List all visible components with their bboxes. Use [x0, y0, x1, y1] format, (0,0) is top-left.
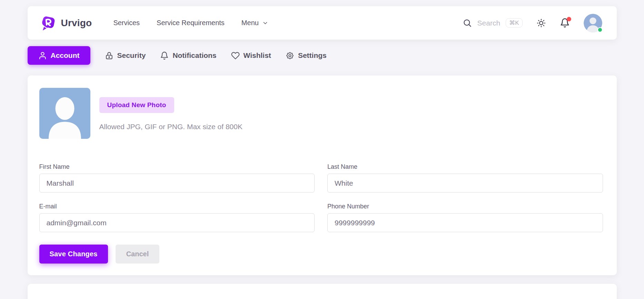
nav-link-menu-label: Menu: [241, 19, 259, 27]
last-name-label: Last Name: [327, 163, 603, 171]
chevron-down-icon: [262, 20, 268, 26]
phone-field: Phone Number: [327, 203, 603, 232]
top-navbar: Urvigo Services Service Requirements Men…: [28, 6, 617, 40]
nav-link-service-requirements[interactable]: Service Requirements: [157, 19, 225, 27]
upload-hint: Allowed JPG, GIF or PNG. Max size of 800…: [99, 123, 242, 131]
search-icon: [463, 18, 472, 28]
form-actions: Save Changes Cancel: [39, 245, 603, 264]
phone-input[interactable]: [327, 213, 603, 232]
tab-settings-label: Settings: [298, 51, 327, 60]
phone-label: Phone Number: [327, 203, 603, 210]
heart-icon: [231, 51, 240, 60]
sun-icon: [536, 18, 546, 28]
profile-photo: [39, 88, 90, 139]
notifications-button[interactable]: [560, 18, 570, 28]
notification-dot: [567, 17, 571, 21]
navbar-actions: Search ⌘K: [463, 14, 602, 32]
user-icon: [38, 51, 47, 60]
urvigo-logo-icon: [40, 15, 56, 31]
profile-card: Upload New Photo Allowed JPG, GIF or PNG…: [28, 75, 617, 275]
tab-settings[interactable]: Settings: [286, 51, 327, 60]
lock-icon: [105, 51, 113, 60]
search-placeholder: Search: [477, 19, 501, 27]
email-input[interactable]: [39, 213, 315, 232]
tab-account[interactable]: Account: [28, 46, 90, 65]
cancel-button[interactable]: Cancel: [116, 245, 160, 264]
brand-home-link[interactable]: Urvigo: [40, 15, 92, 31]
tab-wishlist-label: Wishlist: [244, 51, 271, 60]
online-status-dot: [597, 27, 603, 32]
page-shell: Urvigo Services Service Requirements Men…: [28, 6, 617, 299]
main-nav: Services Service Requirements Menu: [113, 19, 268, 27]
user-avatar-button[interactable]: [584, 14, 602, 32]
tab-wishlist[interactable]: Wishlist: [231, 51, 271, 60]
first-name-input[interactable]: [39, 174, 315, 193]
tab-security[interactable]: Security: [105, 51, 146, 60]
account-tabbar: Account Security Notifications Wishlist …: [28, 46, 617, 65]
tab-security-label: Security: [117, 51, 146, 60]
profile-form: First Name Last Name E-mail Phone Number: [39, 163, 603, 232]
nav-link-services[interactable]: Services: [113, 19, 140, 27]
bell-icon: [160, 51, 169, 60]
gear-icon: [286, 51, 294, 60]
upload-photo-button[interactable]: Upload New Photo: [99, 97, 174, 113]
nav-link-menu[interactable]: Menu: [241, 19, 268, 27]
email-label: E-mail: [39, 203, 315, 210]
photo-actions: Upload New Photo Allowed JPG, GIF or PNG…: [99, 88, 242, 139]
theme-toggle-button[interactable]: [536, 18, 546, 28]
next-section-card: [28, 284, 617, 299]
tab-notifications[interactable]: Notifications: [160, 51, 216, 60]
last-name-input[interactable]: [327, 174, 603, 193]
tab-notifications-label: Notifications: [172, 51, 216, 60]
first-name-field: First Name: [39, 163, 315, 193]
email-field: E-mail: [39, 203, 315, 232]
save-changes-button[interactable]: Save Changes: [39, 245, 108, 264]
first-name-label: First Name: [39, 163, 315, 171]
search-shortcut-badge: ⌘K: [506, 18, 522, 28]
photo-row: Upload New Photo Allowed JPG, GIF or PNG…: [39, 88, 603, 139]
tab-account-label: Account: [51, 51, 80, 60]
search-trigger[interactable]: Search ⌘K: [463, 18, 523, 28]
last-name-field: Last Name: [327, 163, 603, 193]
brand-name: Urvigo: [61, 18, 92, 29]
